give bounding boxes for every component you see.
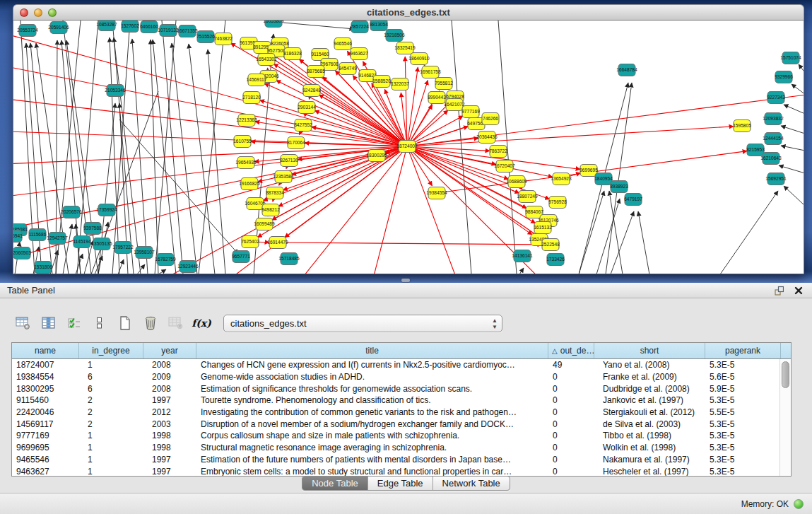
network-node[interactable]: 7955812 <box>435 78 453 90</box>
network-node[interactable]: 6466160 <box>140 21 158 33</box>
network-node[interactable]: 19166825 <box>239 178 260 190</box>
network-node[interactable]: 12923446 <box>177 261 199 273</box>
network-node[interactable]: 17957222 <box>112 242 134 254</box>
network-node[interactable]: 9397588 <box>83 223 102 235</box>
network-node[interactable]: 1733426 <box>546 254 565 266</box>
table-row[interactable]: 2242004622012Investigating the contribut… <box>12 407 791 419</box>
network-node[interactable]: 18325419 <box>394 42 416 54</box>
network-node[interactable]: 12093832 <box>763 113 784 125</box>
network-node[interactable]: 1531806 <box>34 262 52 274</box>
network-node[interactable]: 7515526 <box>196 31 215 43</box>
column-header-pagerank[interactable]: pagerank <box>705 343 781 358</box>
table-vertical-scrollbar[interactable] <box>779 359 791 476</box>
network-node[interactable]: 1322037 <box>391 78 409 90</box>
network-node[interactable]: 1595805 <box>733 120 751 132</box>
network-node[interactable]: 8938923 <box>610 181 628 193</box>
column-visibility-button[interactable] <box>38 313 59 334</box>
network-node[interactable]: 16914479 <box>267 237 288 249</box>
network-node[interactable]: 15718485 <box>278 253 300 265</box>
window-zoom-button[interactable] <box>48 8 57 17</box>
network-node[interactable]: 10688609 <box>506 176 527 188</box>
network-node[interactable]: 20206576 <box>61 206 82 218</box>
network-node[interactable]: 18640910 <box>408 53 430 65</box>
network-node[interactable]: 10719133 <box>158 25 179 37</box>
function-builder-button[interactable]: f(x) <box>191 313 212 334</box>
network-node[interactable]: 14136141 <box>512 250 533 262</box>
network-node[interactable]: 8186328 <box>283 48 302 60</box>
network-node[interactable]: 8454749 <box>339 63 357 75</box>
column-header-title[interactable]: title <box>196 343 548 358</box>
network-node[interactable]: 1145194 <box>73 236 91 248</box>
window-minimize-button[interactable] <box>34 8 42 17</box>
network-view-window[interactable]: citations_edges.txt 96139548912954822605… <box>13 4 804 274</box>
network-node[interactable]: 20591406 <box>48 22 69 34</box>
network-node[interactable]: 1610755 <box>233 136 252 148</box>
select-rows-button[interactable] <box>64 313 85 334</box>
network-node[interactable]: 13505135 <box>91 238 112 250</box>
network-node[interactable]: 8215953 <box>746 144 765 156</box>
network-node[interactable]: 6479197 <box>624 194 642 206</box>
table-row[interactable]: 1456911722003Disruption of a novel membe… <box>12 418 791 430</box>
network-node[interactable]: 8170064 <box>287 137 305 149</box>
network-node[interactable]: 15692951 <box>765 173 787 185</box>
network-node[interactable]: 16053809 <box>263 21 284 28</box>
column-header-out_de[interactable]: △out_de… <box>548 343 594 358</box>
network-node[interactable]: 14569117 <box>247 74 267 86</box>
network-node[interactable]: 2718120 <box>242 92 261 104</box>
network-node[interactable]: 8990443 <box>428 92 446 104</box>
network-node[interactable]: 7463822 <box>214 33 233 45</box>
network-node[interactable]: 12353584 <box>273 171 294 183</box>
network-node[interactable]: 9756928 <box>548 197 567 209</box>
network-node[interactable]: 8267130 <box>280 155 298 167</box>
network-node[interactable]: 13958107 <box>134 247 155 259</box>
network-node[interactable]: 21053346 <box>105 85 126 97</box>
network-node[interactable]: 2903144 <box>298 102 316 114</box>
column-header-short[interactable]: short <box>594 343 705 358</box>
network-node[interactable]: 3915941 <box>13 230 23 243</box>
network-node[interactable]: 16210643 <box>760 153 782 165</box>
table-row[interactable]: 1938455462009Genome-wide association stu… <box>12 371 791 383</box>
network-node[interactable]: 19654935 <box>235 157 257 169</box>
network-node[interactable]: 16671355 <box>177 25 198 37</box>
network-node[interactable]: 19384554 <box>426 187 447 199</box>
network-node[interactable]: 9777169 <box>461 106 480 118</box>
scrollbar-thumb[interactable] <box>782 361 789 388</box>
table-row[interactable]: 1830029562008Estimation of significance … <box>12 382 791 395</box>
network-window-titlebar[interactable]: citations_edges.txt <box>13 4 804 21</box>
network-node[interactable]: 12444154 <box>763 133 784 145</box>
network-node[interactable]: 12942757 <box>47 233 68 245</box>
network-node[interactable]: 1115686 <box>29 229 47 241</box>
network-node[interactable]: 9227343 <box>767 92 785 104</box>
network-node[interactable]: 9463627 <box>350 48 368 60</box>
network-node[interactable]: 9657771 <box>232 251 250 263</box>
table-row[interactable]: 1872400712008Changes of HCN gene express… <box>12 359 791 371</box>
float-panel-icon[interactable] <box>772 285 785 296</box>
table-row[interactable]: 911546021997Tourette syndrome. Phenomeno… <box>12 395 791 407</box>
network-node[interactable]: 17359924 <box>96 204 117 216</box>
table-row[interactable]: 946554611997Estimation of the future num… <box>12 454 791 466</box>
network-node[interactable]: 20553724 <box>17 25 38 37</box>
network-node[interactable]: 9498212 <box>261 204 280 216</box>
tab-network-table[interactable]: Network Table <box>433 477 510 490</box>
network-node[interactable]: 1615132 <box>534 222 552 234</box>
network-node[interactable]: 15751074 <box>780 52 801 64</box>
network-node[interactable]: 20364436 <box>476 132 498 144</box>
network-node[interactable]: 16961758 <box>420 66 441 78</box>
network-node[interactable]: 7625402 <box>241 236 259 248</box>
network-node[interactable]: 7863722 <box>489 146 507 158</box>
network-node[interactable]: 9465546 <box>334 38 352 50</box>
network-node[interactable]: 1527602 <box>121 21 139 33</box>
network-node[interactable]: 2522548 <box>541 239 560 251</box>
delete-table-button[interactable] <box>165 313 187 334</box>
network-node[interactable]: 18807249 <box>517 191 538 203</box>
row-height-button[interactable] <box>89 313 110 334</box>
table-row[interactable]: 946362711997Embryonic stem cells: a mode… <box>12 465 791 476</box>
network-node[interactable]: 8878334 <box>266 187 284 199</box>
network-node[interactable]: 12213363 <box>236 115 257 127</box>
network-node[interactable]: 16099489 <box>254 218 275 230</box>
network-node[interactable]: 8813054 <box>370 21 388 31</box>
network-node[interactable]: 2060503 <box>13 247 31 259</box>
network-node-hub[interactable]: 18724007 <box>396 141 418 153</box>
network-canvas[interactable]: 9613954891295482260589527508818632816543… <box>13 21 804 274</box>
tab-edge-table[interactable]: Edge Table <box>367 477 433 490</box>
